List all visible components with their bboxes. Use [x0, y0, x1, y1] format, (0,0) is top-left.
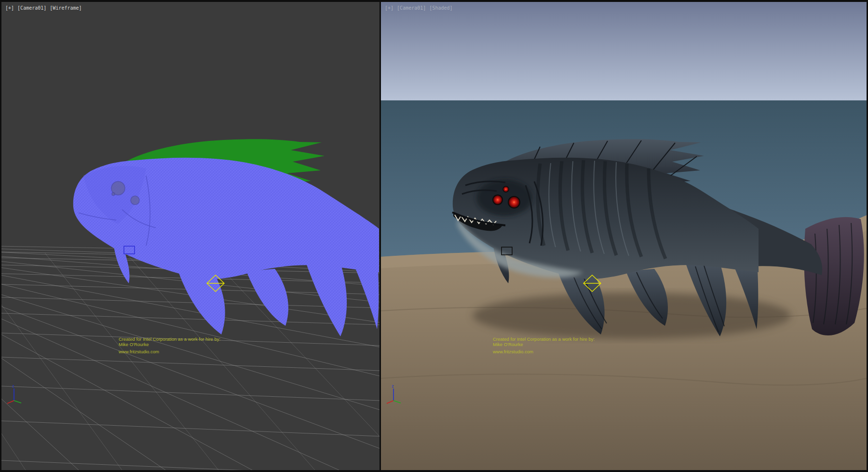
z-axis-label: z: [392, 384, 394, 389]
shaded-scene-canvas[interactable]: [381, 2, 867, 470]
y-axis: [14, 401, 21, 403]
eye-socket-shading: [476, 180, 532, 216]
watermark: Created for Intel Corporation as a work …: [493, 336, 595, 354]
watermark-line: Mike O'Rourke: [493, 342, 595, 347]
viewport-shading-button[interactable]: [Wireframe]: [50, 5, 81, 11]
fish-model-wireframe[interactable]: [73, 139, 379, 336]
y-axis: [393, 401, 401, 403]
viewport-shading-button[interactable]: [Shaded]: [429, 5, 452, 11]
x-axis: [7, 401, 14, 403]
viewport-shaded[interactable]: [+] [Camera01] [Shaded] Created for Inte…: [381, 2, 867, 470]
watermark-line: Mike O'Rourke: [119, 342, 220, 347]
red-eye: [503, 186, 509, 192]
watermark-line: Created for Intel Corporation as a work …: [119, 336, 220, 342]
viewport-menu-button[interactable]: [+]: [385, 5, 393, 11]
watermark: Created for Intel Corporation as a work …: [119, 336, 220, 354]
fish-shadow: [473, 292, 791, 339]
viewport-camera-button[interactable]: [Camera01]: [397, 5, 426, 11]
caudal-fin[interactable]: [804, 217, 864, 335]
sky: [381, 2, 867, 100]
dual-viewport-area: [+] [Camera01] [Wireframe] Created for I…: [0, 0, 868, 472]
tail-fin-strand[interactable]: [306, 257, 347, 336]
red-eye: [493, 195, 502, 205]
watermark-line: www.fritzstudio.com: [493, 349, 595, 354]
viewport-menu-button[interactable]: [+]: [5, 5, 14, 11]
viewport-wireframe[interactable]: [+] [Camera01] [Wireframe] Created for I…: [1, 2, 380, 470]
viewport-label: [+] [Camera01] [Shaded]: [385, 5, 453, 11]
wireframe-scene-canvas[interactable]: [1, 2, 380, 470]
red-eye: [508, 196, 520, 208]
watermark-line: www.fritzstudio.com: [119, 349, 220, 354]
watermark-line: Created for Intel Corporation as a work …: [493, 336, 595, 342]
pelvic-fin[interactable]: [179, 273, 225, 334]
viewport-camera-button[interactable]: [Camera01]: [17, 5, 46, 11]
eye: [131, 196, 139, 205]
nostril: [112, 193, 115, 195]
z-axis-label: z: [12, 384, 14, 389]
world-axis-tripod: z: [6, 383, 26, 404]
viewport-label: [+] [Camera01] [Wireframe]: [5, 5, 82, 11]
x-axis: [387, 401, 393, 403]
world-axis-tripod: z: [386, 383, 405, 404]
